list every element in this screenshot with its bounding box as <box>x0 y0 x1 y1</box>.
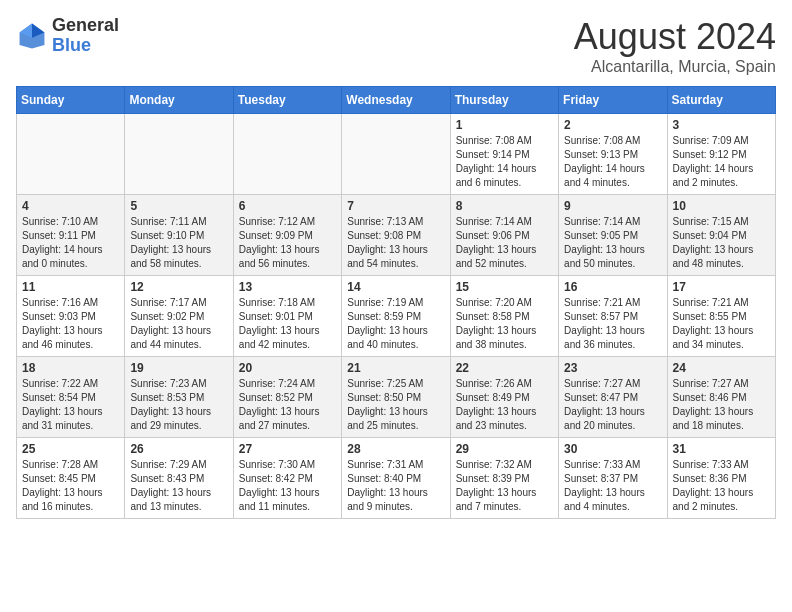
day-number: 23 <box>564 361 661 375</box>
calendar-cell: 12Sunrise: 7:17 AM Sunset: 9:02 PM Dayli… <box>125 276 233 357</box>
day-info: Sunrise: 7:27 AM Sunset: 8:46 PM Dayligh… <box>673 377 770 433</box>
calendar-cell <box>17 114 125 195</box>
day-info: Sunrise: 7:10 AM Sunset: 9:11 PM Dayligh… <box>22 215 119 271</box>
day-info: Sunrise: 7:08 AM Sunset: 9:14 PM Dayligh… <box>456 134 553 190</box>
calendar-cell: 11Sunrise: 7:16 AM Sunset: 9:03 PM Dayli… <box>17 276 125 357</box>
calendar-cell <box>233 114 341 195</box>
calendar-cell: 24Sunrise: 7:27 AM Sunset: 8:46 PM Dayli… <box>667 357 775 438</box>
calendar-cell: 2Sunrise: 7:08 AM Sunset: 9:13 PM Daylig… <box>559 114 667 195</box>
day-info: Sunrise: 7:28 AM Sunset: 8:45 PM Dayligh… <box>22 458 119 514</box>
logo-text: General Blue <box>52 16 119 56</box>
day-info: Sunrise: 7:26 AM Sunset: 8:49 PM Dayligh… <box>456 377 553 433</box>
calendar-cell: 21Sunrise: 7:25 AM Sunset: 8:50 PM Dayli… <box>342 357 450 438</box>
calendar-cell: 10Sunrise: 7:15 AM Sunset: 9:04 PM Dayli… <box>667 195 775 276</box>
weekday-header-thursday: Thursday <box>450 87 558 114</box>
day-info: Sunrise: 7:18 AM Sunset: 9:01 PM Dayligh… <box>239 296 336 352</box>
day-info: Sunrise: 7:17 AM Sunset: 9:02 PM Dayligh… <box>130 296 227 352</box>
calendar-cell: 15Sunrise: 7:20 AM Sunset: 8:58 PM Dayli… <box>450 276 558 357</box>
day-info: Sunrise: 7:33 AM Sunset: 8:36 PM Dayligh… <box>673 458 770 514</box>
calendar-cell: 31Sunrise: 7:33 AM Sunset: 8:36 PM Dayli… <box>667 438 775 519</box>
day-info: Sunrise: 7:16 AM Sunset: 9:03 PM Dayligh… <box>22 296 119 352</box>
title-block: August 2024 Alcantarilla, Murcia, Spain <box>574 16 776 76</box>
logo: General Blue <box>16 16 119 56</box>
day-number: 27 <box>239 442 336 456</box>
calendar-cell: 4Sunrise: 7:10 AM Sunset: 9:11 PM Daylig… <box>17 195 125 276</box>
calendar-cell: 28Sunrise: 7:31 AM Sunset: 8:40 PM Dayli… <box>342 438 450 519</box>
calendar-cell: 3Sunrise: 7:09 AM Sunset: 9:12 PM Daylig… <box>667 114 775 195</box>
weekday-header-wednesday: Wednesday <box>342 87 450 114</box>
day-info: Sunrise: 7:21 AM Sunset: 8:57 PM Dayligh… <box>564 296 661 352</box>
day-number: 15 <box>456 280 553 294</box>
calendar-cell: 9Sunrise: 7:14 AM Sunset: 9:05 PM Daylig… <box>559 195 667 276</box>
calendar-cell: 27Sunrise: 7:30 AM Sunset: 8:42 PM Dayli… <box>233 438 341 519</box>
weekday-header-saturday: Saturday <box>667 87 775 114</box>
logo-blue: Blue <box>52 36 119 56</box>
day-info: Sunrise: 7:24 AM Sunset: 8:52 PM Dayligh… <box>239 377 336 433</box>
calendar-week-row: 18Sunrise: 7:22 AM Sunset: 8:54 PM Dayli… <box>17 357 776 438</box>
day-number: 17 <box>673 280 770 294</box>
day-info: Sunrise: 7:32 AM Sunset: 8:39 PM Dayligh… <box>456 458 553 514</box>
calendar-week-row: 1Sunrise: 7:08 AM Sunset: 9:14 PM Daylig… <box>17 114 776 195</box>
weekday-header-friday: Friday <box>559 87 667 114</box>
day-number: 18 <box>22 361 119 375</box>
calendar-cell <box>342 114 450 195</box>
calendar-cell: 17Sunrise: 7:21 AM Sunset: 8:55 PM Dayli… <box>667 276 775 357</box>
calendar-cell: 6Sunrise: 7:12 AM Sunset: 9:09 PM Daylig… <box>233 195 341 276</box>
day-number: 9 <box>564 199 661 213</box>
calendar-cell: 29Sunrise: 7:32 AM Sunset: 8:39 PM Dayli… <box>450 438 558 519</box>
day-number: 20 <box>239 361 336 375</box>
day-number: 25 <box>22 442 119 456</box>
day-number: 28 <box>347 442 444 456</box>
day-number: 19 <box>130 361 227 375</box>
day-number: 6 <box>239 199 336 213</box>
month-year-title: August 2024 <box>574 16 776 58</box>
day-info: Sunrise: 7:15 AM Sunset: 9:04 PM Dayligh… <box>673 215 770 271</box>
calendar-cell: 23Sunrise: 7:27 AM Sunset: 8:47 PM Dayli… <box>559 357 667 438</box>
calendar-cell: 7Sunrise: 7:13 AM Sunset: 9:08 PM Daylig… <box>342 195 450 276</box>
day-number: 7 <box>347 199 444 213</box>
day-info: Sunrise: 7:29 AM Sunset: 8:43 PM Dayligh… <box>130 458 227 514</box>
calendar-cell: 26Sunrise: 7:29 AM Sunset: 8:43 PM Dayli… <box>125 438 233 519</box>
location-subtitle: Alcantarilla, Murcia, Spain <box>574 58 776 76</box>
weekday-header-monday: Monday <box>125 87 233 114</box>
day-number: 26 <box>130 442 227 456</box>
day-info: Sunrise: 7:30 AM Sunset: 8:42 PM Dayligh… <box>239 458 336 514</box>
day-info: Sunrise: 7:12 AM Sunset: 9:09 PM Dayligh… <box>239 215 336 271</box>
weekday-header-sunday: Sunday <box>17 87 125 114</box>
calendar-cell: 25Sunrise: 7:28 AM Sunset: 8:45 PM Dayli… <box>17 438 125 519</box>
day-number: 13 <box>239 280 336 294</box>
calendar-cell: 22Sunrise: 7:26 AM Sunset: 8:49 PM Dayli… <box>450 357 558 438</box>
day-number: 22 <box>456 361 553 375</box>
calendar-cell <box>125 114 233 195</box>
day-info: Sunrise: 7:13 AM Sunset: 9:08 PM Dayligh… <box>347 215 444 271</box>
logo-general: General <box>52 16 119 36</box>
calendar-cell: 20Sunrise: 7:24 AM Sunset: 8:52 PM Dayli… <box>233 357 341 438</box>
day-number: 24 <box>673 361 770 375</box>
page-header: General Blue August 2024 Alcantarilla, M… <box>16 16 776 76</box>
day-number: 12 <box>130 280 227 294</box>
day-info: Sunrise: 7:14 AM Sunset: 9:05 PM Dayligh… <box>564 215 661 271</box>
logo-icon <box>16 20 48 52</box>
calendar-cell: 13Sunrise: 7:18 AM Sunset: 9:01 PM Dayli… <box>233 276 341 357</box>
calendar-week-row: 25Sunrise: 7:28 AM Sunset: 8:45 PM Dayli… <box>17 438 776 519</box>
calendar-cell: 14Sunrise: 7:19 AM Sunset: 8:59 PM Dayli… <box>342 276 450 357</box>
day-number: 5 <box>130 199 227 213</box>
day-number: 11 <box>22 280 119 294</box>
day-number: 21 <box>347 361 444 375</box>
day-number: 2 <box>564 118 661 132</box>
day-number: 1 <box>456 118 553 132</box>
day-info: Sunrise: 7:22 AM Sunset: 8:54 PM Dayligh… <box>22 377 119 433</box>
day-info: Sunrise: 7:31 AM Sunset: 8:40 PM Dayligh… <box>347 458 444 514</box>
day-number: 29 <box>456 442 553 456</box>
day-number: 10 <box>673 199 770 213</box>
day-number: 16 <box>564 280 661 294</box>
day-number: 30 <box>564 442 661 456</box>
day-number: 8 <box>456 199 553 213</box>
day-info: Sunrise: 7:14 AM Sunset: 9:06 PM Dayligh… <box>456 215 553 271</box>
day-info: Sunrise: 7:27 AM Sunset: 8:47 PM Dayligh… <box>564 377 661 433</box>
calendar-cell: 30Sunrise: 7:33 AM Sunset: 8:37 PM Dayli… <box>559 438 667 519</box>
day-info: Sunrise: 7:25 AM Sunset: 8:50 PM Dayligh… <box>347 377 444 433</box>
calendar-cell: 5Sunrise: 7:11 AM Sunset: 9:10 PM Daylig… <box>125 195 233 276</box>
day-info: Sunrise: 7:23 AM Sunset: 8:53 PM Dayligh… <box>130 377 227 433</box>
calendar-cell: 16Sunrise: 7:21 AM Sunset: 8:57 PM Dayli… <box>559 276 667 357</box>
